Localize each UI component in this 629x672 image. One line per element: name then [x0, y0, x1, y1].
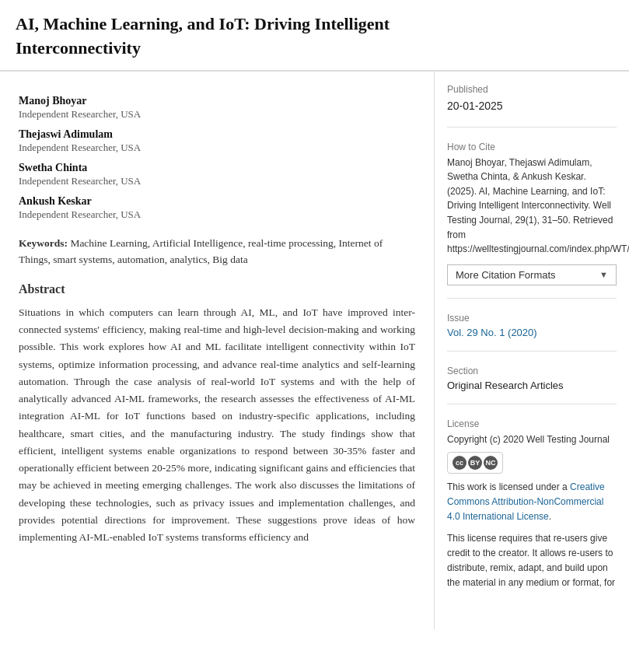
author-3: Swetha Chinta Independent Researcher, US… — [19, 162, 415, 187]
more-citation-dropdown[interactable]: More Citation Formats ▼ — [447, 264, 617, 285]
authors-section: Manoj Bhoyar Independent Researcher, USA… — [19, 95, 415, 221]
license-section: License Copyright (c) 2020 Well Testing … — [447, 418, 617, 604]
page-title: AI, Machine Learning, and IoT: Driving I… — [16, 12, 613, 61]
published-label: Published — [447, 84, 617, 95]
abstract-text: Situations in which computers can learn … — [19, 304, 415, 547]
license-reuse-body: This license requires that re-users give… — [447, 533, 615, 589]
license-body-text: This work is licensed under a Creative C… — [447, 480, 617, 525]
issue-label: Issue — [447, 313, 617, 324]
more-citation-label: More Citation Formats — [456, 269, 556, 281]
abstract-title: Abstract — [19, 282, 415, 296]
author-name-2: Thejaswi Adimulam — [19, 128, 415, 141]
license-copyright-text: Copyright (c) 2020 Well Testing Journal — [447, 434, 610, 445]
keywords-values: Machine Learning, Artificial Intelligenc… — [19, 237, 383, 266]
section-section: Section Original Research Articles — [447, 366, 617, 404]
author-affil-2: Independent Researcher, USA — [19, 142, 415, 154]
license-text-suffix: . — [549, 511, 551, 522]
keywords-label: Keywords: — [19, 237, 68, 249]
by-circle-icon: BY — [468, 456, 482, 470]
keywords-section: Keywords: Machine Learning, Artificial I… — [19, 235, 415, 268]
how-to-cite-section: How to Cite Manoj Bhoyar, Thejaswi Adimu… — [447, 142, 617, 299]
cc-circle-icon: cc — [453, 456, 467, 470]
author-affil-4: Independent Researcher, USA — [19, 208, 415, 221]
citation-text: Manoj Bhoyar, Thejaswi Adimulam, Swetha … — [447, 156, 617, 257]
section-label: Section — [447, 366, 617, 376]
license-text-prefix: This work is licensed under a — [447, 481, 570, 492]
license-copyright: Copyright (c) 2020 Well Testing Journal — [447, 432, 617, 447]
left-panel: Manoj Bhoyar Independent Researcher, USA… — [0, 72, 435, 630]
nc-circle-icon: NC — [484, 456, 498, 470]
author-affil-3: Independent Researcher, USA — [19, 175, 415, 187]
main-content: Manoj Bhoyar Independent Researcher, USA… — [0, 72, 629, 630]
page-header: AI, Machine Learning, and IoT: Driving I… — [0, 0, 629, 71]
published-section: Published 20-01-2025 — [447, 84, 617, 128]
how-to-cite-label: How to Cite — [447, 142, 617, 152]
title-line1: AI, Machine Learning, and IoT: Driving I… — [16, 14, 390, 33]
author-name-4: Ankush Keskar — [19, 195, 415, 208]
author-2: Thejaswi Adimulam Independent Researcher… — [19, 128, 415, 154]
abstract-section: Abstract Situations in which computers c… — [19, 282, 415, 547]
author-1: Manoj Bhoyar Independent Researcher, USA — [19, 95, 415, 121]
section-name: Original Research Articles — [447, 380, 617, 391]
title-line2: Interconnectivity — [16, 38, 141, 58]
author-affil-1: Independent Researcher, USA — [19, 108, 415, 121]
right-panel: Published 20-01-2025 How to Cite Manoj B… — [435, 72, 629, 630]
issue-link[interactable]: Vol. 29 No. 1 (2020) — [447, 327, 537, 338]
license-label: License — [447, 418, 617, 429]
author-4: Ankush Keskar Independent Researcher, US… — [19, 195, 415, 221]
published-date: 20-01-2025 — [447, 98, 617, 114]
license-reuse-text: This license requires that re-users give… — [447, 531, 617, 591]
dropdown-arrow-icon: ▼ — [599, 270, 608, 279]
cc-license-badge: cc BY NC — [447, 452, 503, 474]
author-name-1: Manoj Bhoyar — [19, 95, 415, 107]
issue-section: Issue Vol. 29 No. 1 (2020) — [447, 313, 617, 352]
author-name-3: Swetha Chinta — [19, 162, 415, 174]
